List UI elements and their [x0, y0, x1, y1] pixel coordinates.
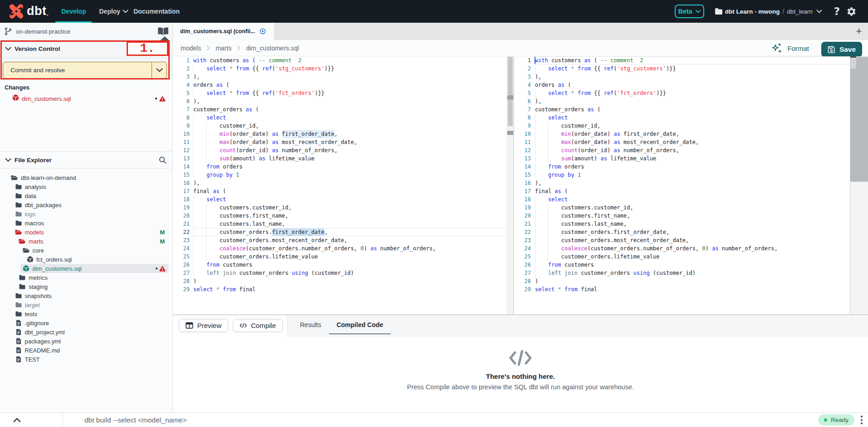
code-line[interactable]: 27 left join customer_orders using (cust…: [514, 269, 868, 277]
kebab-menu-icon[interactable]: [861, 415, 863, 425]
tree-item-macros[interactable]: macros: [13, 218, 169, 228]
commit-and-resolve-button[interactable]: Commit and resolve: [3, 62, 167, 79]
code-text[interactable]: max(order_date) as most_recent_order_dat…: [193, 138, 513, 146]
code-text[interactable]: coalesce(customer_orders.number_of_order…: [193, 244, 513, 253]
tree-item-packages-yml[interactable]: packages.yml: [13, 337, 169, 346]
code-text[interactable]: select * from {{ ref('fct_orders')}}: [193, 89, 513, 97]
code-line[interactable]: 9 customer_id,: [173, 122, 513, 130]
tree-item-logs[interactable]: logs: [13, 209, 169, 218]
tree-item-models[interactable]: modelsM: [13, 228, 169, 237]
code-line[interactable]: 14 from orders: [514, 163, 868, 171]
code-line[interactable]: 13 sum(amount) as lifetime_value: [514, 154, 868, 163]
code-text[interactable]: ),: [535, 179, 868, 187]
code-line[interactable]: 4orders as (: [514, 81, 868, 89]
code-line[interactable]: 1with customers as ( -- comment 2: [173, 56, 513, 65]
code-text[interactable]: left join customer_orders using (custome…: [535, 269, 868, 277]
code-text[interactable]: final as (: [193, 187, 513, 195]
code-line[interactable]: 12 count(order_id) as number_of_orders,: [514, 146, 868, 154]
code-line[interactable]: 8 select: [514, 114, 868, 122]
code-text[interactable]: coalesce(customer_orders.number_of_order…: [535, 244, 868, 253]
tree-item-data[interactable]: data: [13, 191, 169, 200]
code-text[interactable]: final as (: [535, 187, 868, 195]
code-line[interactable]: 19 customers.customer_id,: [173, 204, 513, 212]
code-text[interactable]: customers.customer_id,: [535, 204, 868, 212]
tree-item-test[interactable]: TEST: [13, 355, 169, 364]
new-tab-button[interactable]: +: [852, 23, 866, 40]
version-control-header[interactable]: Version Control: [0, 40, 172, 58]
code-line[interactable]: 22 customer_orders.first_order_date,: [173, 228, 513, 236]
code-line[interactable]: 17final as (: [514, 187, 868, 195]
code-line[interactable]: 26 from customers: [173, 261, 513, 269]
code-text[interactable]: customer_orders.first_order_date,: [535, 228, 868, 236]
docs-book-icon[interactable]: [153, 27, 168, 36]
code-editor-right[interactable]: 1with customers as ( -- comment 22 selec…: [514, 56, 868, 314]
code-line[interactable]: 15 group by 1: [173, 171, 513, 179]
code-text[interactable]: min(order_date) as first_order_date,: [535, 130, 868, 138]
tab-dim-customers[interactable]: dim_customers.sql (confli...: [173, 23, 274, 40]
account-project-menu[interactable]: dbt Learn - mwong / dbt_learn: [715, 8, 822, 15]
tab-results[interactable]: Results: [292, 315, 329, 334]
code-text[interactable]: select: [193, 195, 513, 204]
code-line[interactable]: 29select * from final: [514, 285, 868, 293]
code-line[interactable]: 7customer_orders as (: [173, 105, 513, 114]
code-text[interactable]: customer_id,: [535, 122, 868, 130]
code-line[interactable]: 6),: [514, 97, 868, 105]
code-text[interactable]: ),: [535, 97, 868, 105]
code-text[interactable]: ),: [535, 73, 868, 81]
code-line[interactable]: 10 min(order_date) as first_order_date,: [173, 130, 513, 138]
code-text[interactable]: customer_orders as (: [535, 105, 868, 114]
code-text[interactable]: customers.last_name,: [535, 220, 868, 228]
code-text[interactable]: ),: [193, 179, 513, 187]
code-line[interactable]: 7customer_orders as (: [514, 105, 868, 114]
code-line[interactable]: 9 customer_id,: [514, 122, 868, 130]
code-line[interactable]: 4orders as (: [173, 81, 513, 89]
tree-item-analysis[interactable]: analysis: [13, 182, 169, 191]
code-text[interactable]: from orders: [535, 163, 868, 171]
scrollbar-thumb[interactable]: [508, 57, 513, 126]
command-input[interactable]: dbt build --select <model_name>: [84, 416, 187, 424]
code-text[interactable]: select: [193, 114, 513, 122]
code-line[interactable]: 10 min(order_date) as first_order_date,: [514, 130, 868, 138]
code-text[interactable]: group by 1: [193, 171, 513, 179]
scrollbar-thumb[interactable]: [850, 57, 868, 182]
changed-file-row[interactable]: dim_customers.sql: [0, 93, 172, 104]
git-branch-row[interactable]: on-demand-practice: [0, 23, 172, 40]
code-line[interactable]: 21 customers.last_name,: [514, 220, 868, 228]
code-text[interactable]: customer_orders.lifetime_value: [193, 253, 513, 261]
code-text[interactable]: orders as (: [193, 81, 513, 89]
nav-deploy[interactable]: Deploy: [99, 0, 128, 23]
dbt-logo[interactable]: dbt: [8, 4, 46, 19]
editor-scrollbar-left[interactable]: [507, 56, 513, 314]
code-line[interactable]: 2 select * from {{ ref('stg_customers')}…: [514, 65, 868, 73]
code-line[interactable]: 18 select: [514, 195, 868, 204]
compile-button[interactable]: Compile: [233, 319, 283, 332]
code-text[interactable]: select * from {{ ref('fct_orders')}}: [535, 89, 868, 97]
code-text[interactable]: with customers as ( -- comment 2: [193, 56, 513, 65]
code-line[interactable]: 18 select: [173, 195, 513, 204]
tree-item-core[interactable]: core: [20, 246, 169, 255]
code-text[interactable]: sum(amount) as lifetime_value: [193, 154, 513, 163]
settings-gear-icon[interactable]: [846, 6, 857, 17]
code-line[interactable]: 21 customers.last_name,: [173, 220, 513, 228]
code-line[interactable]: 19 customers.customer_id,: [514, 204, 868, 212]
code-line[interactable]: 2 select * from {{ ref('stg_customers')}…: [173, 65, 513, 73]
code-line[interactable]: 16),: [173, 179, 513, 187]
code-line[interactable]: 26 from customers: [514, 261, 868, 269]
code-text[interactable]: from customers: [193, 261, 513, 269]
code-text[interactable]: orders as (: [535, 81, 868, 89]
expand-command-icon[interactable]: [13, 417, 21, 422]
code-text[interactable]: ),: [193, 73, 513, 81]
unsaved-changes-icon[interactable]: [260, 28, 266, 35]
breadcrumb-file[interactable]: dim_customers.sql: [246, 45, 299, 52]
tree-item-marts[interactable]: martsM: [16, 237, 168, 246]
code-line[interactable]: 1with customers as ( -- comment 2: [514, 56, 868, 65]
tree-item--gitignore[interactable]: .gitignore: [13, 318, 169, 328]
code-text[interactable]: customer_orders.lifetime_value: [535, 253, 868, 261]
code-line[interactable]: 14 from orders: [173, 163, 513, 171]
code-line[interactable]: 24 coalesce(customer_orders.number_of_or…: [173, 244, 513, 253]
format-button[interactable]: Format: [772, 43, 809, 53]
code-text[interactable]: ): [193, 277, 513, 285]
code-text[interactable]: select: [535, 114, 868, 122]
code-line[interactable]: 12 count(order_id) as number_of_orders,: [173, 146, 513, 154]
code-line[interactable]: 20 customers.first_name,: [514, 212, 868, 220]
